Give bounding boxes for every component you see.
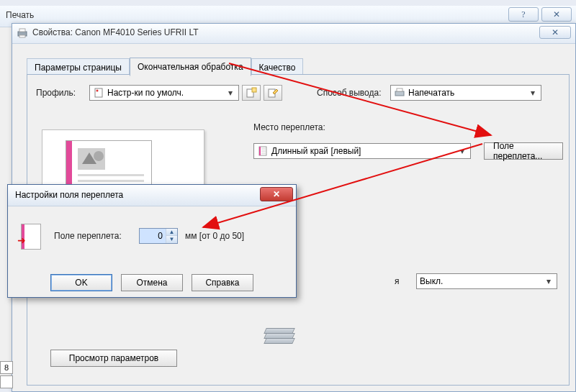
gutter-arrow-icon: ➜: [17, 234, 26, 246]
gutter-spinner[interactable]: ▲ ▼: [139, 228, 178, 244]
gutter-ok-button[interactable]: OK: [50, 274, 112, 291]
view-parameters-button[interactable]: Просмотр параметров: [50, 350, 177, 367]
gutter-field-label: Поле переплета:: [54, 231, 139, 241]
profile-label: Профиль:: [36, 88, 89, 98]
profile-edit-button[interactable]: [264, 85, 282, 101]
tabs-bar: Параметры страницы Окончательная обработ…: [27, 57, 303, 76]
background-grid-fragment: 8: [0, 360, 17, 392]
chevron-down-icon: ▾: [225, 88, 235, 98]
output-label: Способ вывода:: [317, 88, 390, 98]
svg-rect-3: [95, 88, 102, 97]
profile-add-button[interactable]: [242, 85, 261, 101]
spinner-up-button[interactable]: ▲: [166, 229, 177, 236]
gutter-cancel-button[interactable]: Отмена: [121, 274, 183, 291]
properties-close-button[interactable]: ✕: [539, 26, 571, 39]
gutter-settings-dialog: Настройки поля переплета ✕ ➜ Поле перепл…: [7, 184, 297, 298]
properties-title: Свойства: Canon MF4010 Series UFRII LT: [32, 27, 199, 37]
profile-combo[interactable]: Настр-ки по умолч. ▾: [89, 85, 239, 101]
chevron-down-icon: ▾: [528, 88, 538, 98]
profile-value: Настр-ки по умолч.: [107, 88, 225, 98]
print-icon: [394, 87, 405, 99]
binding-location-label: Место переплета:: [253, 122, 325, 132]
gutter-dialog-title: Настройки поля переплета: [15, 190, 123, 200]
binding-location-value: Длинный край [левый]: [271, 146, 457, 156]
gutter-dialog-close-button[interactable]: ✕: [260, 187, 293, 201]
svg-rect-11: [259, 147, 261, 155]
gutter-page-icon: ➜: [21, 224, 41, 250]
close-button[interactable]: ✕: [541, 7, 572, 22]
chevron-down-icon: ▾: [457, 146, 467, 156]
properties-titlebar[interactable]: Свойства: Canon MF4010 Series UFRII LT ✕: [12, 24, 575, 44]
profile-doc-icon: [93, 87, 104, 99]
finishing-output-value: Выкл.: [420, 276, 544, 286]
output-combo[interactable]: Напечатать ▾: [390, 85, 541, 101]
output-value: Напечатать: [408, 88, 528, 98]
svg-point-4: [96, 90, 99, 92]
finishing-combo-cut-label: я: [395, 276, 400, 286]
gutter-help-button[interactable]: Справка: [192, 274, 253, 291]
gutter-unit-hint: мм [от 0 до 50]: [185, 231, 244, 241]
tab-finishing[interactable]: Окончательная обработка: [130, 58, 251, 76]
grid-cell: 8: [0, 361, 13, 374]
printer-icon: [17, 27, 28, 39]
finishing-output-combo[interactable]: Выкл. ▾: [416, 273, 557, 289]
svg-rect-2: [19, 35, 25, 37]
binding-gutter-button[interactable]: Поле переплета...: [484, 142, 563, 160]
paper-stack-icon: [265, 328, 300, 350]
help-button[interactable]: ?: [508, 7, 539, 22]
grid-cell: [0, 375, 13, 388]
gutter-value-input[interactable]: [140, 229, 166, 243]
svg-rect-9: [397, 88, 402, 91]
svg-rect-8: [395, 91, 404, 96]
svg-rect-1: [19, 29, 25, 32]
binding-location-combo[interactable]: Длинный край [левый] ▾: [253, 143, 471, 159]
print-parent-title: Печать: [6, 10, 34, 20]
gutter-dialog-titlebar[interactable]: Настройки поля переплета ✕: [8, 185, 296, 206]
chevron-down-icon: ▾: [544, 276, 554, 286]
binding-page-icon: [257, 145, 269, 157]
spinner-down-button[interactable]: ▼: [166, 236, 177, 243]
svg-rect-6: [252, 88, 256, 92]
